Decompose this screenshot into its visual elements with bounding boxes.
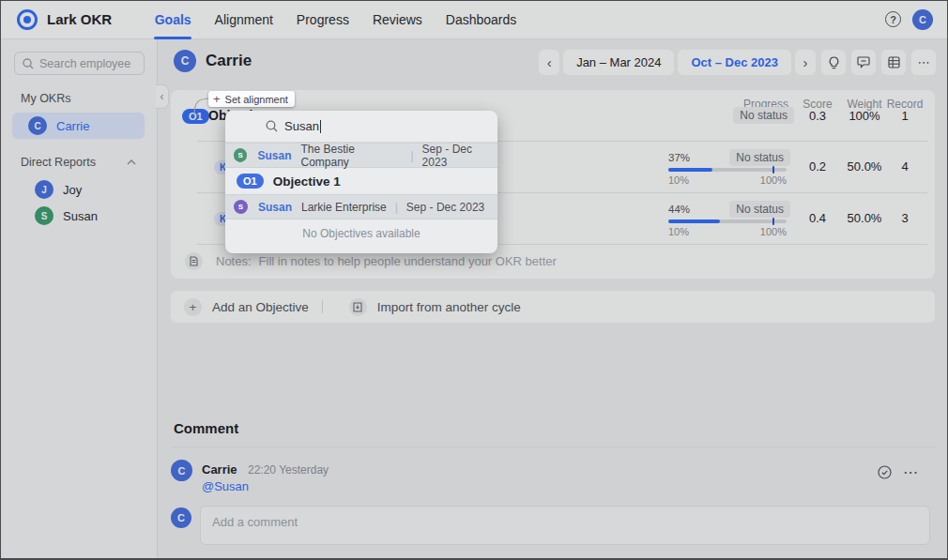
- chevron-up-icon[interactable]: [127, 159, 136, 165]
- prev-cycle-button[interactable]: ‹: [539, 50, 559, 75]
- import-icon: [353, 302, 362, 312]
- joy-avatar: J: [35, 180, 54, 199]
- kr2-progress-value: 44%: [668, 204, 690, 215]
- objective-record[interactable]: 1: [901, 109, 908, 123]
- top-navigation: Lark OKR Goals Alignment Progress Review…: [0, 0, 948, 39]
- ellipsis-icon: ⋯: [918, 55, 930, 69]
- sidebar-item-joy[interactable]: J Joy: [12, 176, 145, 203]
- kr2-min-label: 10%: [668, 226, 689, 237]
- my-okrs-label: My OKRs: [21, 92, 157, 105]
- kr1-record[interactable]: 4: [901, 159, 908, 174]
- kr2-weight: 50.0%: [848, 211, 882, 225]
- chevron-left-icon: ‹: [161, 90, 164, 103]
- group-separator: |: [395, 201, 398, 214]
- kr1-score: 0.2: [809, 159, 826, 174]
- tab-progress[interactable]: Progress: [284, 0, 360, 39]
- objective-actions-bar: + Add an Objective Import from another c…: [171, 291, 935, 323]
- kr1-target-marker: [772, 166, 774, 174]
- objective-weight: 100%: [849, 109, 879, 123]
- tab-goals[interactable]: Goals: [143, 0, 203, 39]
- group-separator: |: [410, 149, 413, 162]
- lightbulb-icon: [828, 56, 840, 69]
- susan-avatar: S: [234, 200, 248, 214]
- page-user-avatar: C: [174, 50, 196, 72]
- user-group-susan-larkie[interactable]: S Susan Larkie Enterprise | Sep - Dec 20…: [225, 194, 497, 219]
- add-comment-placeholder: Add a comment: [212, 515, 298, 529]
- kr1-progress-bar[interactable]: [668, 168, 787, 172]
- kr2-target-marker: [772, 218, 774, 225]
- page-title: Carrie: [206, 52, 252, 70]
- primary-tabs: Goals Alignment Progress Reviews Dashboa…: [143, 0, 528, 39]
- direct-reports-label: Direct Reports: [21, 156, 157, 169]
- search-placeholder: Search employee: [39, 57, 130, 70]
- lark-okr-logo-icon: [17, 9, 38, 30]
- comment-section-title: Comment: [174, 420, 238, 436]
- text-cursor: [320, 120, 321, 133]
- cycle-jan-mar-2024-button[interactable]: Jan – Mar 2024: [563, 50, 674, 75]
- group-period: Sep - Dec 2023: [406, 201, 484, 214]
- cycle-oct-dec-2023-button[interactable]: Oct – Dec 2023: [678, 50, 791, 75]
- composer-avatar: C: [171, 507, 191, 528]
- kr1-min-label: 10%: [668, 174, 689, 186]
- table-view-button[interactable]: [881, 50, 906, 75]
- comment-mention-link[interactable]: @Susan: [202, 479, 249, 493]
- add-comment-input[interactable]: Add a comment: [200, 506, 930, 545]
- objective-badge: O1: [237, 174, 264, 189]
- search-employee-input[interactable]: Search employee: [14, 52, 145, 75]
- set-alignment-button[interactable]: + Set alignment: [208, 91, 295, 107]
- no-objectives-message: No Objectives available: [225, 219, 497, 248]
- notes-placeholder: Fill in notes to help people understand …: [259, 254, 557, 268]
- user-group-susan-bestie[interactable]: S Susan The Bestie Company | Sep - Dec 2…: [225, 143, 497, 168]
- sidebar-item-label: Carrie: [56, 119, 89, 133]
- comment-author-name: Carrie: [202, 462, 237, 477]
- tips-button[interactable]: [821, 50, 846, 75]
- tab-dashboards[interactable]: Dashboards: [434, 0, 528, 39]
- add-objective-button[interactable]: Add an Objective: [212, 300, 309, 314]
- comment-tools: ⋯: [878, 463, 918, 481]
- kr2-record[interactable]: 3: [901, 211, 908, 225]
- sidebar-item-carrie[interactable]: C Carrie: [12, 113, 145, 139]
- alignment-search-popup: Susan S Susan The Bestie Company | Sep -…: [225, 111, 497, 253]
- objective-status-badge[interactable]: No status: [733, 107, 794, 124]
- tab-reviews[interactable]: Reviews: [360, 0, 434, 39]
- comment-more-icon[interactable]: ⋯: [903, 463, 918, 481]
- group-user-name: Susan: [258, 201, 292, 214]
- kr1-weight: 50.0%: [848, 159, 882, 174]
- susan-avatar: S: [35, 206, 54, 225]
- comment-divider: [172, 446, 935, 447]
- app-window: Lark OKR Goals Alignment Progress Review…: [0, 0, 948, 560]
- kr2-progress-bar[interactable]: [668, 219, 787, 223]
- group-company: The Bestie Company: [300, 143, 402, 169]
- help-icon[interactable]: ?: [885, 11, 901, 27]
- chevron-left-icon: ‹: [547, 54, 552, 70]
- set-alignment-label: Set alignment: [225, 94, 288, 105]
- sidebar-item-susan[interactable]: S Susan: [12, 203, 145, 229]
- plus-icon: +: [213, 92, 221, 106]
- alignment-search-input[interactable]: Susan: [225, 111, 497, 143]
- popup-objective-title: Objective 1: [273, 174, 341, 189]
- popup-objective-item[interactable]: O1 Objective 1: [225, 168, 497, 194]
- search-icon: [23, 58, 34, 69]
- search-icon: [266, 120, 278, 132]
- more-actions-button[interactable]: ⋯: [911, 50, 936, 75]
- kr2-progress-fill: [668, 219, 720, 223]
- chevron-right-icon: ›: [803, 54, 808, 70]
- notes-chip: [185, 252, 203, 270]
- plus-icon: +: [190, 300, 197, 314]
- add-objective-plus-chip[interactable]: +: [184, 298, 202, 316]
- comment-bubble-icon: [857, 56, 870, 68]
- sidebar-item-label: Susan: [63, 209, 98, 223]
- next-cycle-button[interactable]: ›: [795, 50, 816, 75]
- kr2-status-badge[interactable]: No status: [729, 201, 790, 218]
- search-query-text: Susan: [284, 119, 319, 133]
- tab-alignment[interactable]: Alignment: [203, 0, 284, 39]
- group-period: Sep - Dec 2023: [422, 143, 497, 169]
- import-cycle-button[interactable]: Import from another cycle: [377, 300, 521, 314]
- comments-button[interactable]: [851, 50, 876, 75]
- kr1-status-badge[interactable]: No status: [729, 149, 790, 166]
- user-avatar[interactable]: C: [912, 9, 933, 30]
- carrie-avatar: C: [28, 116, 47, 135]
- sidebar-collapse-button[interactable]: ‹: [156, 84, 169, 109]
- import-cycle-chip[interactable]: [349, 298, 367, 316]
- resolve-check-icon[interactable]: [878, 465, 892, 479]
